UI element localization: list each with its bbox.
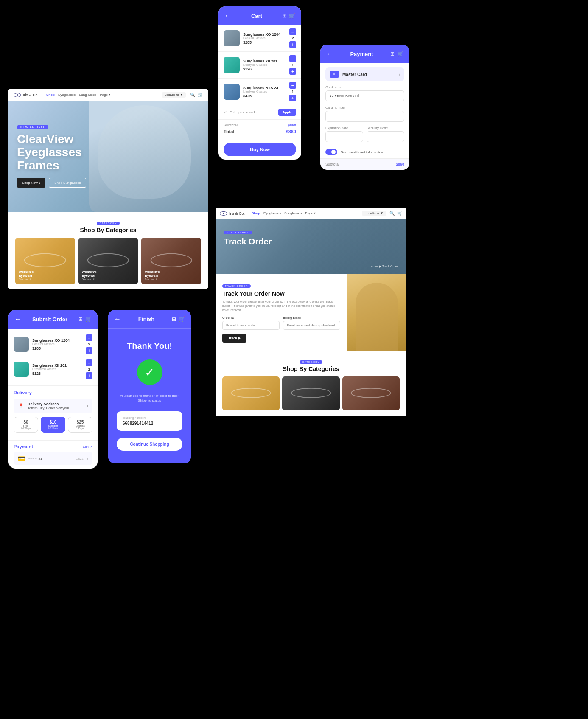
payment-edit-link[interactable]: Edit ↗ [83, 445, 92, 449]
logo-icon [14, 93, 21, 97]
nav-links: Shop Eyeglasses Sunglasses Page ▾ [46, 93, 110, 97]
qty-minus-2[interactable]: − [289, 55, 296, 62]
track-nav-eyeglasses[interactable]: Eyeglasses [263, 211, 281, 215]
location-pin-icon: 📍 [18, 403, 24, 409]
nav-shop[interactable]: Shop [46, 93, 55, 97]
payment-back-button[interactable]: ← [326, 50, 333, 58]
submit-qty-plus-2[interactable]: + [86, 372, 92, 379]
category-card-1[interactable]: Women'sEyewear Discover ↗ [15, 238, 75, 284]
category-card-2[interactable]: Women'sEyewear Discover ↗ [78, 238, 138, 284]
track-hero-badge: TRACK ORDER [224, 231, 252, 234]
track-nav-sunglasses[interactable]: Sunglasses [284, 211, 302, 215]
billing-email-input[interactable] [283, 321, 340, 330]
cart-item-category-3: Lifestyles Glasses [243, 90, 286, 93]
card-selector[interactable]: ≡ Master Card › [325, 67, 404, 81]
order-id-input[interactable] [222, 321, 280, 330]
card-number-group: Card number [325, 106, 404, 122]
finish-header-icons: ⊞ 🛒 [172, 316, 185, 322]
qty-plus-3[interactable]: + [289, 95, 296, 101]
finish-back-button[interactable]: ← [114, 315, 121, 323]
tracking-number: 6688291414412 [123, 421, 176, 426]
track-content: TRACK ORDER Track Your Order Now To trac… [216, 274, 406, 351]
save-card-toggle[interactable] [325, 149, 337, 155]
apply-button[interactable]: Apply [278, 109, 296, 116]
qty-num-3: 1 [291, 90, 294, 94]
submit-header-icons: ⊞ 🛒 [78, 316, 92, 322]
finish-filter-icon[interactable]: ⊞ [172, 316, 176, 322]
saved-card-number: **** 4421 [28, 457, 42, 461]
category-card-3[interactable]: Women'sEyewear Discover ↗ [141, 238, 201, 284]
track-cart-icon[interactable]: 🛒 [397, 211, 402, 216]
shop-now-button[interactable]: Shop Now ↓ [17, 178, 45, 188]
mastercard-chip-icon: ≡ [330, 71, 339, 78]
track-button[interactable]: Track ▶ [222, 334, 246, 343]
filter-icon[interactable]: ⊞ [282, 13, 286, 19]
track-nav-location[interactable]: Locations ▼ [362, 211, 386, 216]
qty-plus-2[interactable]: + [289, 68, 296, 75]
save-card-label: Save credit card information [341, 150, 383, 154]
shipping-free[interactable]: $0 Free 4-7 Days [14, 417, 38, 433]
search-icon[interactable]: 🔍 [190, 93, 195, 97]
delivery-address-row[interactable]: 📍 Delivery Address Tamim City, Daket New… [14, 399, 92, 413]
free-price: $0 [17, 420, 35, 424]
finish-mobile: ← Finish ⊞ 🛒 Thank You! ✓ You can use to… [108, 310, 191, 463]
track-form-title: Track Your Order Now [222, 290, 340, 297]
saved-card[interactable]: 💳 **** 4421 12/22 › [14, 452, 92, 465]
delivery-section: Delivery 📍 Delivery Address Tamim City, … [8, 385, 98, 440]
submit-back-button[interactable]: ← [14, 315, 21, 323]
submit-qty-minus-1[interactable]: − [86, 334, 92, 341]
cart-back-button[interactable]: ← [224, 12, 231, 20]
security-group: Security Code [367, 126, 404, 142]
track-nav-page[interactable]: Page ▾ [305, 211, 316, 215]
submit-qty-plus-1[interactable]: + [86, 347, 92, 354]
qty-minus-1[interactable]: − [289, 28, 296, 35]
submit-qty-minus-2[interactable]: − [86, 360, 92, 366]
security-input[interactable] [367, 131, 404, 142]
track-search-icon[interactable]: 🔍 [389, 211, 395, 216]
submit-qty-2: − 1 + [86, 360, 92, 379]
cart-qty-2: − 1 + [289, 55, 296, 75]
shipping-standard[interactable]: $10 Standart 2-3 Days [41, 417, 65, 433]
express-days: 1 Days [71, 427, 90, 430]
cart-icon[interactable]: 🛒 [198, 93, 203, 97]
card-type-label: Master Card [342, 72, 395, 77]
cart-item-info-2: Sunglasses XII 201 Lifestyles Glasses $1… [243, 59, 286, 71]
glasses-decor-3 [150, 253, 192, 267]
cart-mobile: ← Cart ⊞ 🛒 Sunglasses XO 1204 Cassual Gl… [218, 6, 301, 160]
track-category-card-3[interactable] [342, 376, 400, 410]
cart-title: Cart [235, 13, 279, 19]
finish-body: Thank You! ✓ You can use to number of or… [108, 329, 191, 463]
qty-minus-3[interactable]: − [289, 82, 296, 89]
cart-header-cart-icon[interactable]: 🛒 [289, 13, 295, 19]
card-number-input[interactable] [325, 111, 404, 122]
nav-eyeglasses[interactable]: Eyeglasses [58, 93, 76, 97]
payment-cart-icon[interactable]: 🛒 [397, 51, 403, 57]
nav-sunglasses[interactable]: Sunglasses [79, 93, 96, 97]
track-glasses-decor-2 [291, 388, 331, 398]
nav-page[interactable]: Page ▾ [100, 93, 110, 97]
payment-filter-icon[interactable]: ⊞ [390, 51, 395, 57]
finish-cart-icon[interactable]: 🛒 [179, 316, 185, 322]
shipping-express[interactable]: $25 Express 1 Days [68, 417, 92, 433]
promo-row: ✓ Apply [218, 105, 301, 120]
submit-filter-icon[interactable]: ⊞ [78, 316, 83, 322]
buy-now-button[interactable]: Buy Now [224, 143, 296, 156]
expiry-input[interactable] [325, 131, 363, 142]
track-nav: Iris & Co. Shop Eyeglasses Sunglasses Pa… [216, 208, 406, 219]
track-form-row: Order ID Billing Email [222, 316, 340, 330]
continue-button[interactable]: Continue Shopping [117, 438, 182, 451]
cart-item-price-2: $126 [243, 67, 286, 71]
qty-plus-1[interactable]: + [289, 41, 296, 48]
track-category-card-1[interactable] [222, 376, 280, 410]
submit-cart-icon[interactable]: 🛒 [85, 316, 92, 322]
tracking-box: Tracking number: 6688291414412 [117, 411, 182, 431]
shop-sunglasses-button[interactable]: Shop Sunglasses [49, 178, 86, 188]
track-category-card-2[interactable] [282, 376, 339, 410]
cart-item-category-2: Lifestyles Glasses [243, 63, 286, 66]
payment-header-icons: ⊞ 🛒 [390, 51, 403, 57]
promo-input[interactable] [230, 110, 276, 114]
nav-location[interactable]: Locations ▼ [162, 92, 186, 98]
card-name-input[interactable] [325, 90, 404, 101]
payment-section-title: Payment [14, 444, 33, 449]
track-nav-shop[interactable]: Shop [252, 211, 260, 215]
